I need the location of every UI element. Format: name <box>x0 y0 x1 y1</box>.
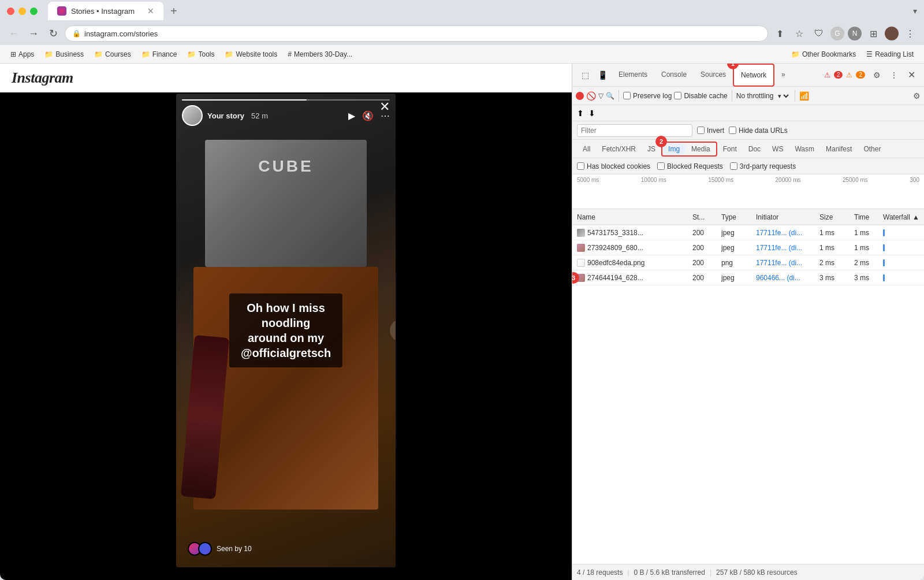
devtools-more-button[interactable]: ⋮ <box>886 67 902 83</box>
tab-list-button[interactable]: ▾ <box>913 6 917 16</box>
throttle-select[interactable]: ▾ <box>776 92 791 100</box>
filter-doc[interactable]: Doc <box>743 143 766 155</box>
folder-icon-3: 📁 <box>141 50 150 58</box>
traffic-lights <box>7 8 38 15</box>
tab-network[interactable]: Network 1 <box>733 64 774 87</box>
sort-icon: ▲ <box>912 213 919 221</box>
reading-list[interactable]: ☰ Reading List <box>862 49 918 60</box>
bookmark-apps[interactable]: ⊞ Apps <box>6 49 39 60</box>
third-party-input[interactable] <box>730 162 737 170</box>
maximize-traffic-light[interactable] <box>30 8 38 15</box>
tab-more[interactable]: » <box>774 64 792 87</box>
table-row[interactable]: 908edfc84eda.png 200 png 17711fe... (di.… <box>572 255 924 270</box>
bookmark-members[interactable]: # Members 30-Day... <box>283 49 357 60</box>
filter-ws[interactable]: WS <box>766 143 789 155</box>
export-icon[interactable]: ⬇ <box>588 109 595 118</box>
menu-button[interactable]: ⋮ <box>902 25 918 42</box>
folder-icon-1: 📁 <box>44 50 53 58</box>
th-status[interactable]: St... <box>692 213 721 221</box>
filter-wasm[interactable]: Wasm <box>789 143 820 155</box>
th-time[interactable]: Time <box>854 213 883 221</box>
record-button[interactable] <box>576 92 584 100</box>
table-row[interactable]: 274644194_628... 200 jpeg 960466... (di.… <box>572 270 924 285</box>
disable-cache-checkbox[interactable]: Disable cache <box>674 92 727 100</box>
clear-button[interactable]: 🚫 <box>586 91 596 101</box>
blocked-cookies-opt[interactable]: Has blocked cookies <box>577 162 650 170</box>
tab-title: Stories • Instagram <box>71 7 143 16</box>
filter-input[interactable] <box>577 124 692 137</box>
story-close-button[interactable]: ✕ <box>379 99 390 114</box>
search-icon[interactable]: 🔍 <box>606 92 614 100</box>
other-bookmarks-label: Other Bookmarks <box>802 50 856 58</box>
th-type[interactable]: Type <box>721 213 756 221</box>
story-mute-button[interactable]: 🔇 <box>362 110 374 121</box>
bookmark-tools[interactable]: 📁 Tools <box>182 49 219 60</box>
instagram-page: Instagram CUBE <box>0 64 572 580</box>
blocked-requests-input[interactable] <box>657 162 665 170</box>
th-waterfall[interactable]: Waterfall ▲ <box>883 213 919 221</box>
import-icon[interactable]: ⬆ <box>577 109 584 118</box>
tab-close-button[interactable]: ✕ <box>147 6 154 16</box>
filter-media[interactable]: Media <box>685 143 716 155</box>
th-initiator[interactable]: Initiator <box>756 213 819 221</box>
filter-fetch-xhr[interactable]: Fetch/XHR <box>596 143 642 155</box>
network-settings-button[interactable]: ⚙ <box>913 91 921 101</box>
bookmark-finance[interactable]: 📁 Finance <box>137 49 182 60</box>
td-time-1: 1 ms <box>854 229 883 237</box>
new-tab-button[interactable]: + <box>166 5 182 18</box>
bookmark-business[interactable]: 📁 Business <box>40 49 88 60</box>
invert-input[interactable] <box>697 127 705 134</box>
profile-avatar[interactable]: G <box>830 27 844 40</box>
blocked-cookies-input[interactable] <box>577 162 584 170</box>
third-party-opt[interactable]: 3rd-party requests <box>730 162 796 170</box>
table-row[interactable]: 54731753_3318... 200 jpeg 17711fe... (di… <box>572 225 924 240</box>
profile-avatar-3[interactable] <box>885 27 899 40</box>
bookmark-courses[interactable]: 📁 Courses <box>90 49 136 60</box>
devtools-inspect-button[interactable]: ⬚ <box>577 67 593 83</box>
annotation-2: 2 <box>655 136 667 147</box>
address-bar[interactable]: 🔒 instagram.com/stories <box>65 25 768 42</box>
preserve-log-input[interactable] <box>623 92 631 99</box>
devtools-close-button[interactable]: ✕ <box>903 67 919 83</box>
filter-all[interactable]: All <box>577 143 596 155</box>
extensions-button[interactable]: ⊞ <box>865 25 881 42</box>
bookmark-button[interactable]: ☆ <box>791 25 807 42</box>
timeline-label-5: 25000 ms <box>843 177 868 183</box>
preserve-log-checkbox[interactable]: Preserve log <box>623 92 672 100</box>
devtools-device-button[interactable]: 📱 <box>594 67 610 83</box>
forward-button[interactable]: → <box>25 25 42 42</box>
active-tab[interactable]: Stories • Instagram ✕ <box>48 2 163 20</box>
close-traffic-light[interactable] <box>7 8 14 15</box>
filter-icon[interactable]: ▽ <box>598 92 603 100</box>
filter-bar: Invert Hide data URLs <box>572 121 924 140</box>
back-button[interactable]: ← <box>6 25 22 42</box>
th-size[interactable]: Size <box>819 213 854 221</box>
td-initiator-4: 960466... (di... <box>756 274 819 282</box>
minimize-traffic-light[interactable] <box>18 8 26 15</box>
filter-font[interactable]: Font <box>717 143 743 155</box>
hide-data-urls-input[interactable] <box>729 127 736 134</box>
timeline-label-2: 10000 ms <box>641 177 666 183</box>
invert-checkbox[interactable]: Invert <box>697 127 724 135</box>
wifi-icon: 📶 <box>799 91 809 101</box>
filter-other[interactable]: Other <box>858 143 886 155</box>
profile-avatar-2[interactable]: N <box>848 27 862 40</box>
timeline-label-1: 5000 ms <box>577 177 599 183</box>
th-name[interactable]: Name <box>577 213 692 221</box>
blocked-requests-opt[interactable]: Blocked Requests <box>657 162 723 170</box>
other-bookmarks[interactable]: 📁 Other Bookmarks <box>791 50 856 58</box>
td-status-1: 200 <box>692 229 721 237</box>
shield-button[interactable]: 🛡 <box>811 25 827 42</box>
share-button[interactable]: ⬆ <box>772 25 788 42</box>
tab-console[interactable]: Console <box>654 64 694 87</box>
tab-sources[interactable]: Sources <box>694 64 733 87</box>
filter-manifest[interactable]: Manifest <box>820 143 858 155</box>
story-play-button[interactable]: ▶ <box>348 110 355 121</box>
tab-elements[interactable]: Elements <box>612 64 654 87</box>
disable-cache-input[interactable] <box>674 92 681 99</box>
bookmark-website-tools[interactable]: 📁 Website tools <box>220 49 282 60</box>
table-row[interactable]: 273924809_680... 200 jpeg 17711fe... (di… <box>572 240 924 255</box>
devtools-settings-button[interactable]: ⚙ <box>869 67 885 83</box>
reload-button[interactable]: ↻ <box>45 25 61 42</box>
hide-data-urls-checkbox[interactable]: Hide data URLs <box>729 127 788 135</box>
